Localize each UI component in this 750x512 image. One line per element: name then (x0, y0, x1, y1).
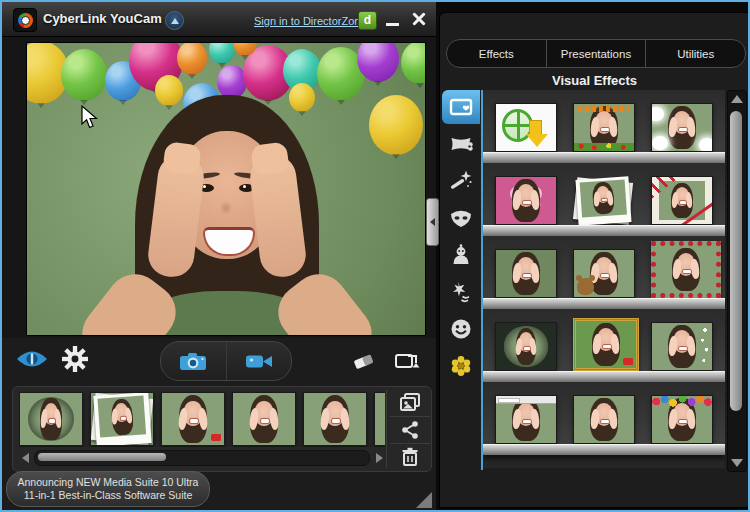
filmstrip-thumb-circle-vignette[interactable] (19, 392, 83, 446)
particles-icon (449, 280, 473, 304)
promo-line-2: 11-in-1 Best-in-Class Software Suite (24, 489, 192, 502)
titlebar: CyberLink YouCam Sign in to DirectorZone… (2, 2, 436, 37)
promo-banner[interactable]: Announcing NEW Media Suite 10 Ultra 11-i… (6, 471, 210, 507)
eye-icon (16, 350, 48, 368)
effect-category-strip (442, 90, 482, 470)
scrollbar-track[interactable] (34, 450, 370, 466)
filmstrip-thumb-green-butterfly[interactable] (161, 392, 225, 446)
panel-tabbar: EffectsPresentationsUtilities (446, 39, 746, 68)
effect-thumb-download-more[interactable] (495, 103, 557, 152)
balloon-decoration (209, 42, 235, 64)
eraser-icon (352, 351, 376, 369)
gear-icon (62, 346, 88, 372)
balloon-decoration (61, 49, 107, 101)
scroll-right-arrow[interactable] (373, 452, 385, 464)
webcam-preview (26, 42, 426, 336)
window-title: CyberLink YouCam (43, 11, 162, 26)
tab-presentations[interactable]: Presentations (546, 40, 646, 67)
shelf-row-4 (483, 309, 725, 382)
face-tracking-eye-button[interactable] (14, 347, 50, 371)
photo-stack-icon (399, 392, 421, 414)
balloon-decoration (401, 42, 426, 84)
scroll-up-arrow[interactable] (731, 95, 743, 103)
share-button[interactable] (391, 417, 429, 442)
effect-thumb-browser[interactable] (495, 395, 557, 444)
category-frames[interactable] (442, 90, 480, 124)
effect-thumb-heart[interactable] (495, 176, 557, 225)
balloon-decoration (155, 75, 183, 106)
category-emotions[interactable] (442, 312, 480, 346)
shelf-ledge (483, 371, 725, 382)
effect-thumb-sparkle[interactable] (651, 322, 713, 371)
upgrade-icon[interactable] (165, 11, 184, 30)
gadgets-icon (449, 354, 473, 378)
erase-effect-button[interactable] (348, 347, 380, 373)
category-distortions[interactable] (442, 201, 480, 235)
tab-utilities[interactable]: Utilities (645, 40, 745, 67)
app-root: CyberLink YouCam Sign in to DirectorZone… (0, 0, 750, 512)
settings-button[interactable] (60, 344, 90, 374)
scroll-down-arrow[interactable] (731, 459, 743, 467)
close-button[interactable] (409, 9, 429, 29)
category-scenes[interactable] (442, 127, 480, 161)
shelf-row-3 (483, 236, 725, 309)
promo-line-1: Announcing NEW Media Suite 10 Ultra (18, 476, 199, 489)
effect-thumb-green-butterfly[interactable] (573, 318, 639, 371)
switch-display-button[interactable] (390, 345, 424, 373)
minimize-icon (386, 23, 399, 26)
category-particles[interactable] (442, 275, 480, 309)
signin-directorzone-link[interactable]: Sign in to DirectorZone (254, 15, 367, 27)
effect-thumb-white-flowers[interactable] (651, 103, 713, 152)
shelf-row-2 (483, 163, 725, 236)
effect-thumb-birthday[interactable] (573, 103, 635, 152)
scrollbar-thumb[interactable] (38, 453, 166, 461)
open-gallery-button[interactable] (391, 390, 429, 415)
effects-shelf-area (483, 90, 725, 468)
category-gadgets[interactable] (442, 349, 480, 383)
balloon-decoration (289, 83, 315, 112)
filmstrip-thumb-plain[interactable] (232, 392, 296, 446)
switch-window-icon (394, 348, 420, 370)
trash-icon (401, 447, 419, 467)
scroll-left-arrow[interactable] (19, 452, 31, 464)
directorzone-icon[interactable]: d (358, 11, 377, 30)
filmstrip-thumb-plain[interactable] (374, 392, 385, 446)
filmstrip-scrollbar (19, 450, 385, 466)
balloon-decoration (369, 95, 423, 155)
youcam-logo-icon (13, 8, 37, 32)
snapshot-button[interactable] (161, 342, 226, 380)
frames-icon (449, 95, 473, 119)
effect-thumb-teddy[interactable] (573, 249, 635, 298)
emotions-icon (449, 317, 473, 341)
effect-thumb-red-roses[interactable] (651, 241, 721, 298)
shelf-ledge (483, 444, 725, 455)
resize-grip[interactable] (416, 492, 432, 508)
shelf-ledge (483, 298, 725, 309)
effect-thumb-balloons[interactable] (651, 395, 713, 444)
tab-effects[interactable]: Effects (447, 40, 546, 67)
delete-button[interactable] (391, 444, 429, 469)
shelf-ledge (483, 152, 725, 163)
filmstrip-thumb-red-roses[interactable] (303, 392, 367, 446)
minimize-button[interactable] (384, 10, 402, 30)
shelf-row-1 (483, 90, 725, 163)
effect-thumb-circle-vignette[interactable] (495, 322, 557, 371)
effect-thumb-plain-dark[interactable] (495, 249, 557, 298)
filmstrip-thumb-polaroid[interactable] (90, 392, 154, 446)
effect-thumb-polaroid[interactable] (573, 178, 633, 225)
effects-scrollbar (727, 90, 747, 472)
scenes-icon (449, 132, 473, 156)
category-filters[interactable] (442, 164, 480, 198)
filters-icon (449, 169, 473, 193)
category-avatars[interactable] (442, 238, 480, 272)
effect-thumb-ribbon[interactable] (651, 176, 713, 225)
effects-scrollbar-thumb[interactable] (730, 111, 742, 411)
collapse-arrow-icon (430, 218, 435, 226)
avatars-icon (449, 243, 473, 267)
effect-thumb-plain[interactable] (573, 395, 635, 444)
record-video-button[interactable] (226, 342, 292, 380)
panel-collapse-handle[interactable] (426, 198, 439, 246)
panel-title: Visual Effects (440, 73, 749, 88)
shelf-row-5 (483, 382, 725, 455)
mouse-cursor (81, 105, 98, 133)
